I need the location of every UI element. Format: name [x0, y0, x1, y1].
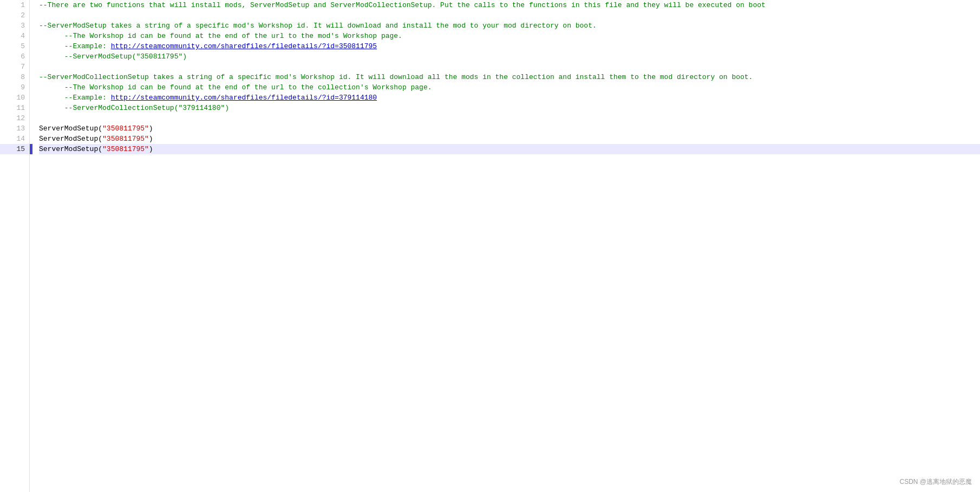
paren-open-13: (	[98, 124, 102, 133]
comment-8: --ServerModCollectionSetup takes a strin…	[39, 73, 753, 81]
code-line-10: --Example: http://steamcommunity.com/sha…	[39, 93, 980, 103]
comment-10-text: --Example:	[64, 94, 111, 102]
line-num-12: 12	[0, 113, 29, 123]
string-14: "350811795"	[102, 135, 149, 143]
line-num-6: 6	[0, 51, 29, 62]
code-line-15: ServerModSetup("350811795")	[39, 144, 980, 154]
code-line-11: --ServerModCollectionSetup("379114180")	[39, 103, 980, 113]
line-num-15: 15	[0, 144, 29, 154]
comment-9	[39, 83, 64, 91]
code-line-14: ServerModSetup("350811795")	[39, 134, 980, 144]
code-line-9: --The Workshop id can be found at the en…	[39, 82, 980, 93]
line-num-8: 8	[0, 72, 29, 82]
paren-open-14: (	[98, 135, 102, 143]
line-num-10: 10	[0, 93, 29, 103]
link-5[interactable]: http://steamcommunity.com/sharedfiles/fi…	[111, 42, 377, 50]
code-line-13: ServerModSetup("350811795")	[39, 123, 980, 134]
comment-1: --There are two functions that will inst…	[39, 1, 766, 9]
comment-10-prefix	[39, 94, 64, 102]
paren-close-15: )	[149, 145, 153, 153]
line-num-14: 14	[0, 134, 29, 144]
code-line-5: --Example: http://steamcommunity.com/sha…	[39, 41, 980, 51]
code-line-12	[39, 113, 980, 123]
line-num-11: 11	[0, 103, 29, 113]
comment-6	[39, 53, 64, 61]
link-10[interactable]: http://steamcommunity.com/sharedfiles/fi…	[111, 94, 377, 102]
code-line-1: --There are two functions that will inst…	[39, 0, 980, 10]
func-name-13: ServerModSetup	[39, 124, 98, 133]
string-13: "350811795"	[102, 124, 149, 133]
code-area[interactable]: --There are two functions that will inst…	[32, 0, 980, 492]
line-num-5: 5	[0, 41, 29, 51]
paren-close-14: )	[149, 135, 153, 143]
comment-9-text: --The Workshop id can be found at the en…	[64, 83, 432, 91]
watermark: CSDN @逃离地狱的恶魔	[899, 477, 972, 487]
func-name-14: ServerModSetup	[39, 135, 98, 143]
code-line-8: --ServerModCollectionSetup takes a strin…	[39, 72, 980, 82]
code-line-2	[39, 10, 980, 21]
comment-5-prefix	[39, 42, 64, 50]
code-line-6: --ServerModSetup("350811795")	[39, 51, 980, 62]
line-num-1: 1	[0, 0, 29, 10]
line-num-13: 13	[0, 123, 29, 134]
code-line-4: --The Workshop id can be found at the en…	[39, 31, 980, 41]
comment-6-text: --ServerModSetup("350811795")	[64, 53, 187, 61]
editor-container: 1 2 3 4 5 6 7 8 9 10 11 12 13 14 15	[0, 0, 980, 492]
comment-4-text: --The Workshop id can be found at the en…	[64, 32, 402, 40]
func-name-15: ServerModSetup	[39, 145, 98, 153]
line-num-4: 4	[0, 31, 29, 41]
comment-3: --ServerModSetup takes a string of a spe…	[39, 22, 597, 30]
comment-4	[39, 32, 64, 40]
line-num-7: 7	[0, 62, 29, 72]
paren-open-15: (	[98, 145, 102, 153]
code-line-3: --ServerModSetup takes a string of a spe…	[39, 21, 980, 31]
paren-close-13: )	[149, 124, 153, 133]
line-num-2: 2	[0, 10, 29, 21]
line-num-9: 9	[0, 82, 29, 93]
line-numbers: 1 2 3 4 5 6 7 8 9 10 11 12 13 14 15	[0, 0, 30, 492]
line-num-3: 3	[0, 21, 29, 31]
comment-11-text: --ServerModCollectionSetup("379114180")	[64, 104, 229, 112]
comment-11	[39, 104, 64, 112]
string-15: "350811795"	[102, 145, 149, 153]
comment-5-text: --Example:	[64, 42, 111, 50]
code-line-7	[39, 62, 980, 72]
